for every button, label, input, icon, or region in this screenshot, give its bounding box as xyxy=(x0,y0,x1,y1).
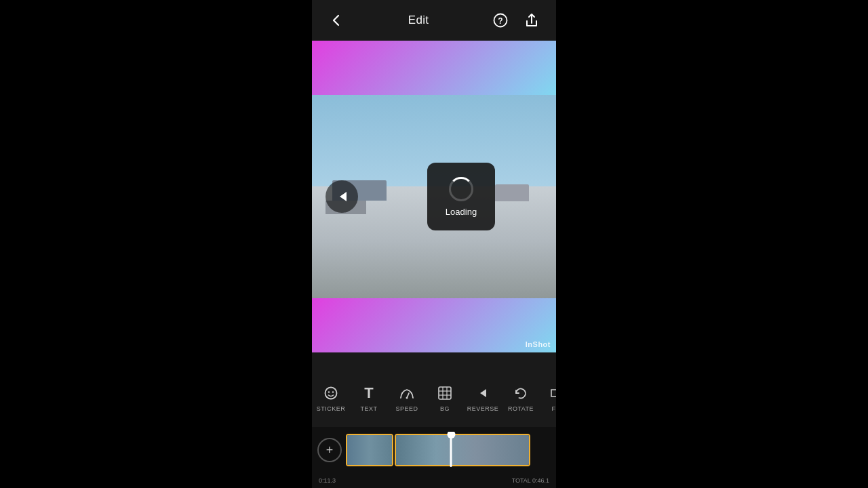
tool-text[interactable]: T TEXT xyxy=(350,384,388,412)
gradient-top-bar xyxy=(312,41,556,95)
top-bar: Edit ? xyxy=(312,0,556,41)
add-clip-button[interactable]: + xyxy=(317,438,342,462)
tool-rotate[interactable]: ROTATE xyxy=(502,384,540,412)
page-title: Edit xyxy=(408,14,429,27)
preview-area: Loading InShot xyxy=(312,41,556,352)
tool-speed[interactable]: SPEED xyxy=(388,384,426,412)
clip-segment-1[interactable] xyxy=(346,434,393,466)
loading-overlay: Loading xyxy=(427,163,495,230)
flip-label: FLIP xyxy=(551,405,556,412)
svg-point-5 xyxy=(406,397,408,399)
rotate-icon xyxy=(513,384,528,403)
reverse-icon xyxy=(475,384,491,403)
svg-text:?: ? xyxy=(498,16,502,26)
svg-point-3 xyxy=(328,391,330,392)
svg-point-2 xyxy=(326,388,337,399)
timeline-track[interactable] xyxy=(346,432,556,468)
text-icon: T xyxy=(364,384,373,403)
clip-segment-2[interactable] xyxy=(395,434,530,466)
add-clip-icon: + xyxy=(326,443,334,458)
video-frame[interactable]: Loading xyxy=(312,95,556,298)
current-time: 0:11.3 xyxy=(319,477,336,484)
reverse-label: REVERSE xyxy=(467,405,499,412)
sticker-label: STICKER xyxy=(317,405,346,412)
toolbar: STICKER T TEXT SPEED xyxy=(312,380,556,427)
flip-icon xyxy=(550,384,556,403)
loading-text: Loading xyxy=(446,207,477,217)
share-button[interactable] xyxy=(519,8,544,33)
tool-reverse[interactable]: REVERSE xyxy=(464,384,502,412)
right-black-panel xyxy=(556,0,868,488)
timeline-bottom-bar: 0:11.3 TOTAL 0:46.1 xyxy=(312,473,556,488)
text-label: TEXT xyxy=(360,405,377,412)
total-time: TOTAL 0:46.1 xyxy=(512,477,549,484)
svg-point-4 xyxy=(332,391,334,392)
bg-label: BG xyxy=(440,405,450,412)
speed-icon xyxy=(399,384,415,403)
timeline-area: + xyxy=(312,427,556,473)
gradient-bottom-bar: InShot xyxy=(312,298,556,352)
rotate-label: ROTATE xyxy=(508,405,534,412)
tool-flip[interactable]: FLIP xyxy=(540,384,556,412)
bg-icon xyxy=(437,384,452,403)
loading-spinner xyxy=(449,177,473,201)
tool-sticker[interactable]: STICKER xyxy=(312,384,350,412)
help-button[interactable]: ? xyxy=(488,8,513,33)
tool-bg[interactable]: BG xyxy=(426,384,464,412)
skip-back-button[interactable] xyxy=(326,180,358,213)
sticker-icon xyxy=(323,384,338,403)
watermark: InShot xyxy=(526,340,551,348)
back-button[interactable] xyxy=(324,8,349,33)
speed-label: SPEED xyxy=(395,405,418,412)
left-black-panel xyxy=(0,0,312,488)
svg-rect-6 xyxy=(439,387,451,399)
playhead[interactable] xyxy=(450,433,452,467)
mid-spacer xyxy=(312,352,556,380)
app-container: Edit ? xyxy=(312,0,556,488)
